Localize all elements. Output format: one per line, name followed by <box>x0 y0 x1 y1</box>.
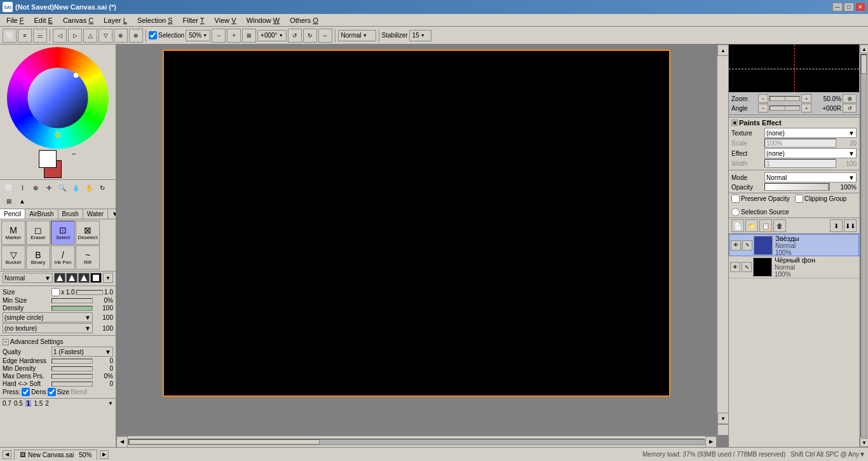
brush-shape-3[interactable] <box>78 273 90 283</box>
zoom-plus-btn[interactable]: + <box>801 94 811 103</box>
size-checkbox-adv[interactable] <box>48 388 56 396</box>
zoom-05[interactable]: 0.5 <box>14 400 23 407</box>
tool-rotate-view[interactable]: ↻ <box>96 181 109 194</box>
layer-list[interactable]: 👁 ✎ Звёзды Normal 100% 👁 ✎ <box>729 234 859 447</box>
layer-edit-bg[interactable]: ✎ <box>742 262 752 272</box>
toolbar-view-normal[interactable]: ⬜ <box>3 29 17 43</box>
scroll-track-horizontal[interactable] <box>128 439 705 445</box>
canvas-viewport[interactable] <box>116 45 717 436</box>
hard-soft-slider[interactable] <box>51 382 93 387</box>
zoom-minus-btn[interactable]: − <box>758 94 768 103</box>
preserve-opacity-checkbox[interactable] <box>731 195 740 203</box>
toolbar-view-2[interactable]: ≡ <box>18 29 32 43</box>
layer-visibility-bg[interactable]: 👁 <box>730 262 740 272</box>
menu-view[interactable]: View V <box>210 15 241 25</box>
statusbar-left-arrow[interactable]: ◀ <box>3 450 11 459</box>
flip-btn[interactable]: ↔ <box>318 29 332 43</box>
shape-dropdown[interactable]: (simple circle) ▼ <box>3 312 93 322</box>
tool-marquee[interactable]: ⬜ <box>3 181 15 194</box>
tool-select[interactable]: ⊡ Select <box>51 221 75 245</box>
angle-minus-btn[interactable]: − <box>758 104 768 113</box>
menu-others[interactable]: Others O <box>285 15 323 25</box>
zoom-reset-btn[interactable]: ⊞ <box>843 94 857 103</box>
layer-item-stars[interactable]: 👁 ✎ Звёзды Normal 100% <box>729 234 859 256</box>
brush-shape-2[interactable] <box>66 273 78 283</box>
toolbar-view-3[interactable]: ⚏ <box>33 29 47 43</box>
zoom-07[interactable]: 0.7 <box>3 400 11 407</box>
scroll-up-btn[interactable]: ▲ <box>16 195 29 207</box>
scroll-down-btn[interactable]: ▼ <box>717 413 728 424</box>
tool-lasso[interactable]: ⌇ <box>16 181 29 194</box>
swap-colors-btn[interactable]: ↔ <box>71 150 77 157</box>
stabilizer-dropdown[interactable]: 15 ▼ <box>409 30 431 41</box>
delete-layer-btn[interactable]: 🗑 <box>773 219 786 232</box>
density-slider[interactable] <box>51 306 93 311</box>
zoom-out-btn[interactable]: − <box>212 29 226 43</box>
minimize-button[interactable]: ─ <box>832 3 843 11</box>
angle-slider[interactable] <box>770 106 800 111</box>
brush-shape-4[interactable] <box>90 273 102 283</box>
zoom-fit-btn[interactable]: ⊞ <box>242 29 256 43</box>
right-panel-scrollbar[interactable]: ▲ ▼ <box>859 45 868 447</box>
size-checkbox[interactable] <box>51 288 60 296</box>
selection-source-radio[interactable] <box>731 208 740 216</box>
scroll-right-btn[interactable]: ▶ <box>705 436 717 448</box>
zoom-slider[interactable] <box>770 96 800 101</box>
selection-source-label[interactable]: Selection Source <box>731 208 789 216</box>
tab-pencil[interactable]: Pencil <box>0 209 25 219</box>
toolbar-btn-9[interactable]: ⊕ <box>114 29 128 43</box>
zoom-1[interactable]: 1 <box>25 400 32 407</box>
angle-plus-btn[interactable]: + <box>801 104 811 113</box>
zoom-dropdown[interactable]: 50% ▼ <box>186 30 210 41</box>
rotate-ccw-btn[interactable]: ↺ <box>288 29 302 43</box>
clipping-group-checkbox[interactable] <box>795 195 803 203</box>
tool-magic-wand[interactable]: ⊛ <box>29 181 42 194</box>
adv-collapse-btn[interactable]: − <box>3 339 9 345</box>
texture-dropdown[interactable]: (no texture) ▼ <box>3 323 93 333</box>
tab-brush[interactable]: Brush <box>58 209 83 219</box>
toolbar-btn-5[interactable]: ◁ <box>53 29 67 43</box>
maximize-button[interactable]: □ <box>844 3 854 11</box>
merge-down-btn[interactable]: ⬇ <box>830 219 843 232</box>
merge-all-btn[interactable]: ⬇⬇ <box>844 219 857 232</box>
new-folder-btn[interactable]: 📁 <box>745 219 758 232</box>
rsb-down-btn[interactable]: ▼ <box>860 438 868 447</box>
menu-canvas[interactable]: Canvas C <box>58 15 98 25</box>
rsb-thumb[interactable] <box>861 55 867 74</box>
max-dens-slider[interactable] <box>51 374 93 379</box>
min-density-slider[interactable] <box>51 366 93 371</box>
size-check-label[interactable]: Size <box>48 388 69 396</box>
menu-file[interactable]: File F <box>1 15 29 25</box>
main-canvas[interactable] <box>164 51 669 396</box>
tool-binary[interactable]: B Binary <box>26 245 50 270</box>
tab-airbrush[interactable]: AirBrush <box>25 209 58 219</box>
scroll-up-btn[interactable]: ▲ <box>717 45 728 56</box>
tool-eraser[interactable]: ◻ Eraser <box>26 221 50 245</box>
tool-bucket[interactable]: ▽ Bucket <box>1 245 25 270</box>
tab-water[interactable]: Water <box>83 209 108 219</box>
close-button[interactable]: ✕ <box>855 3 865 11</box>
menu-window[interactable]: Window W <box>241 15 285 25</box>
mode-lc-dropdown[interactable]: Normal ▼ <box>764 172 857 182</box>
tool-move[interactable]: ✛ <box>43 181 55 194</box>
statusbar-tab[interactable]: 🖼 New Canvas.sai 50% <box>14 450 97 460</box>
tool-marker[interactable]: M Marker <box>1 221 25 245</box>
tool-deselect[interactable]: ⊠ Deselect <box>76 221 100 245</box>
paints-effect-checkbox[interactable]: ▣ <box>731 120 738 126</box>
quality-dropdown[interactable]: 1 (Fastest) ▼ <box>51 347 113 357</box>
clipping-group-label[interactable]: Clipping Group <box>795 195 847 203</box>
toolbar-btn-8[interactable]: ▽ <box>98 29 112 43</box>
effect-pe-dropdown[interactable]: (none) ▼ <box>764 148 857 158</box>
rsb-up-btn[interactable]: ▲ <box>860 45 868 53</box>
color-wheel-container[interactable] <box>7 47 109 149</box>
color-gradient-square[interactable] <box>28 68 88 128</box>
zoom-15[interactable]: 1.5 <box>34 400 43 407</box>
brush-scroll-btn[interactable]: ▼ <box>103 273 113 283</box>
size-slider[interactable] <box>76 290 103 295</box>
toolbar-btn-6[interactable]: ▷ <box>68 29 82 43</box>
minsize-slider[interactable] <box>51 298 93 303</box>
tool-rift[interactable]: ~ Rift <box>76 245 100 270</box>
dens-check-label[interactable]: Dens <box>22 388 46 396</box>
brush-shape-1[interactable] <box>54 273 65 283</box>
canvas-scrollbar-vertical[interactable]: ▲ ▼ <box>717 45 728 436</box>
